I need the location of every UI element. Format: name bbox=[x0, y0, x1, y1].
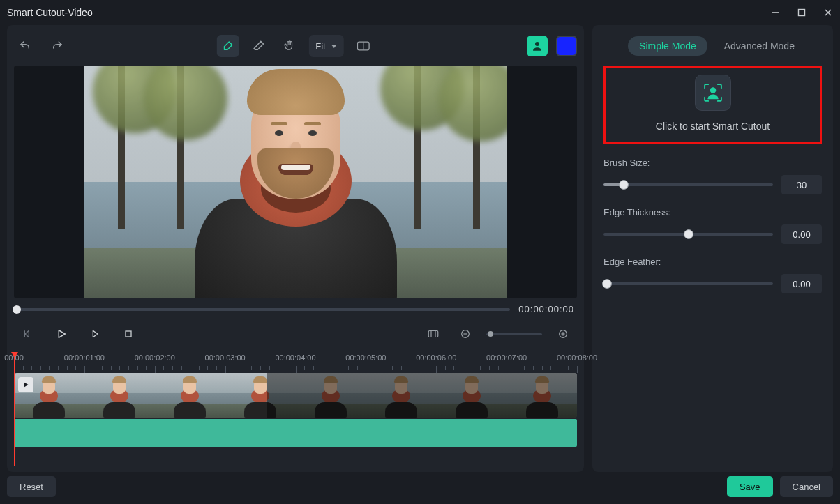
clip-thumbnails[interactable] bbox=[14, 373, 577, 418]
compare-button[interactable] bbox=[352, 35, 375, 57]
zoom-select[interactable]: Fit bbox=[308, 35, 343, 57]
brush-tool[interactable] bbox=[216, 35, 239, 57]
undo-button[interactable] bbox=[14, 35, 36, 57]
brush-size-label: Brush Size: bbox=[603, 158, 822, 168]
ruler-tick: 00:00:06:00 bbox=[416, 353, 456, 362]
effect-track[interactable] bbox=[14, 419, 577, 447]
prev-frame-button[interactable] bbox=[17, 323, 39, 345]
background-color-swatch[interactable] bbox=[556, 36, 577, 56]
ruler-tick: 00:00:07:00 bbox=[486, 353, 527, 362]
window-title: Smart Cutout-Video bbox=[7, 7, 93, 18]
svg-rect-11 bbox=[126, 331, 131, 337]
ruler-tick: 00:00:04:00 bbox=[275, 353, 315, 362]
video-preview bbox=[14, 66, 577, 298]
window-minimize[interactable] bbox=[770, 8, 780, 17]
svg-point-21 bbox=[710, 87, 716, 93]
ruler-tick: 00:00:02:00 bbox=[135, 353, 175, 362]
edge-thickness-value[interactable]: 0.00 bbox=[781, 224, 822, 244]
brush-size-value[interactable]: 30 bbox=[781, 175, 822, 194]
ruler-tick: 00:00:08:00 bbox=[557, 353, 597, 362]
reset-button[interactable]: Reset bbox=[7, 476, 56, 497]
preview-scrubber[interactable] bbox=[17, 308, 510, 311]
timeline-zoom-slider[interactable] bbox=[486, 333, 542, 335]
smart-cutout-hint: Click to start Smart Cutout bbox=[656, 121, 770, 132]
save-button[interactable]: Save bbox=[727, 476, 773, 497]
svg-rect-1 bbox=[799, 10, 805, 16]
mark-in-out-button[interactable] bbox=[422, 323, 444, 345]
next-frame-button[interactable] bbox=[84, 323, 106, 345]
window-close[interactable] bbox=[823, 8, 833, 17]
redo-button[interactable] bbox=[46, 35, 68, 57]
timecode: 00:00:00:00 bbox=[518, 304, 574, 314]
edge-feather-value[interactable]: 0.00 bbox=[781, 274, 822, 293]
cancel-button[interactable]: Cancel bbox=[780, 476, 833, 497]
timeline[interactable]: 00:0000:00:01:0000:00:02:0000:00:03:0000… bbox=[14, 353, 577, 466]
subject-thumbnail[interactable] bbox=[527, 36, 548, 56]
tab-advanced-mode[interactable]: Advanced Mode bbox=[721, 36, 797, 56]
svg-marker-7 bbox=[25, 330, 29, 337]
edge-feather-slider[interactable] bbox=[603, 282, 773, 285]
hand-tool[interactable] bbox=[278, 35, 300, 57]
svg-point-6 bbox=[535, 42, 539, 46]
clip-thumbnail bbox=[84, 373, 155, 418]
svg-marker-9 bbox=[59, 330, 65, 338]
zoom-out-button[interactable] bbox=[454, 323, 477, 345]
clip-thumbnail bbox=[155, 373, 225, 418]
editor-pane: Fit bbox=[7, 25, 584, 472]
tab-simple-mode[interactable]: Simple Mode bbox=[628, 36, 707, 56]
svg-marker-10 bbox=[93, 330, 98, 337]
eraser-tool[interactable] bbox=[247, 35, 269, 57]
editor-toolbar: Fit bbox=[14, 32, 577, 60]
smart-cutout-callout: Click to start Smart Cutout bbox=[603, 66, 822, 144]
svg-rect-12 bbox=[428, 331, 438, 337]
edge-thickness-label: Edge Thickness: bbox=[603, 207, 822, 217]
zoom-in-button[interactable] bbox=[552, 323, 574, 345]
ruler-tick: 00:00:03:00 bbox=[205, 353, 246, 362]
playhead[interactable] bbox=[14, 353, 15, 466]
edge-thickness-slider[interactable] bbox=[603, 233, 773, 236]
ruler-tick: 00:00:05:00 bbox=[345, 353, 386, 362]
unprocessed-region bbox=[267, 373, 577, 418]
edge-feather-label: Edge Feather: bbox=[603, 257, 822, 267]
play-button[interactable] bbox=[50, 323, 73, 345]
stop-button[interactable] bbox=[117, 323, 140, 345]
window-maximize[interactable] bbox=[797, 8, 807, 17]
zoom-label: Fit bbox=[315, 41, 325, 52]
chevron-down-icon bbox=[331, 45, 337, 48]
video-frame bbox=[84, 66, 507, 298]
clip-play-icon bbox=[18, 377, 33, 392]
timeline-ruler[interactable]: 00:0000:00:01:0000:00:02:0000:00:03:0000… bbox=[14, 353, 577, 373]
properties-panel: Simple Mode Advanced Mode Click to start… bbox=[592, 25, 833, 472]
brush-size-slider[interactable] bbox=[603, 183, 773, 186]
start-smart-cutout-button[interactable] bbox=[695, 75, 731, 111]
ruler-tick: 00:00:01:00 bbox=[64, 353, 105, 362]
svg-marker-20 bbox=[24, 383, 29, 388]
